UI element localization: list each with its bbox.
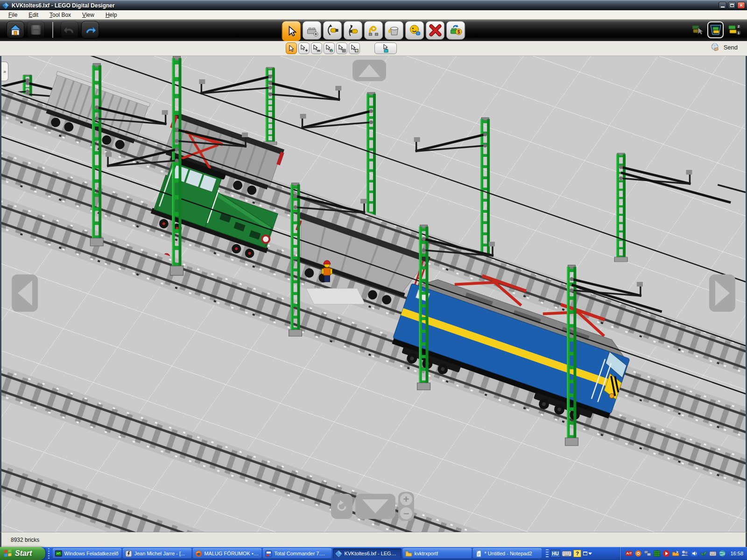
building-guide-mode-button[interactable]: 2 1 (726, 21, 742, 38)
paint-tool-button[interactable] (385, 21, 404, 40)
globe-icon[interactable] (719, 550, 726, 557)
app-icon (2, 2, 9, 9)
hide-tool-button[interactable] (405, 21, 424, 40)
taskbar-task-winamp[interactable]: Jean Michel Jarre - [... (123, 548, 191, 559)
language-bar-handle[interactable] (546, 549, 549, 558)
total-commander-icon (265, 550, 272, 557)
taskbar-task-firefox[interactable]: MALUG FÓRUMOK • ... (193, 548, 261, 559)
zoom-control: + – (398, 492, 414, 521)
volume-icon[interactable] (691, 550, 698, 557)
flex-tool-button[interactable] (364, 21, 383, 40)
taskbar-task-notepad2[interactable]: * Untitled - Notepad2 (473, 548, 542, 559)
taskbar: Start Windows Feladatkezelő Jean Michel … (0, 547, 747, 560)
hinge-icon (326, 24, 339, 37)
price-tool-button[interactable]: $ (446, 21, 465, 40)
minimize-button[interactable] (719, 2, 726, 9)
menu-bar: File Edit Tool Box View Help (0, 10, 747, 20)
arrow-up-icon (359, 64, 380, 77)
menu-help[interactable]: Help (101, 11, 122, 19)
redo-icon (84, 23, 97, 36)
maximize-button[interactable] (728, 2, 736, 9)
menu-file[interactable]: File (4, 11, 22, 19)
pan-left-button[interactable] (12, 274, 38, 312)
select-single-button[interactable] (286, 42, 297, 54)
zoom-in-button[interactable]: + (400, 493, 412, 505)
chevron-down-icon (588, 553, 592, 555)
select-tool-button[interactable] (282, 21, 301, 42)
close-button[interactable]: × (737, 2, 745, 9)
save-button[interactable] (27, 21, 45, 39)
start-button[interactable]: Start (0, 547, 45, 560)
taskbar-task-taskmanager[interactable]: Windows Feladatkezelő (53, 548, 121, 559)
clone-tool-button[interactable] (303, 21, 322, 40)
windows-logo-icon (4, 549, 12, 558)
cursor-xx-icon (312, 44, 321, 53)
close-icon: × (740, 3, 742, 8)
network-computers-icon[interactable] (644, 550, 651, 557)
brick-palette-toggle[interactable]: » (1, 62, 8, 81)
zoom-out-button[interactable]: – (400, 507, 412, 519)
rotate-camera-button[interactable] (331, 494, 352, 519)
menu-edit[interactable]: Edit (24, 11, 43, 19)
taskbar-task-folder[interactable]: kvktrxportf (403, 548, 472, 559)
select-shape-color-button[interactable] (349, 42, 360, 54)
arrow-down-icon (362, 499, 388, 513)
language-help-button[interactable]: ? (573, 550, 581, 557)
menu-toolbox[interactable]: Tool Box (45, 11, 76, 19)
quick-launch-handle[interactable] (46, 548, 51, 559)
minus-icon: – (403, 508, 409, 518)
notepad2-icon (475, 550, 482, 557)
keyboard-icon[interactable] (709, 550, 717, 557)
green-grid-icon[interactable] (653, 550, 661, 557)
view-mode-button[interactable] (707, 21, 724, 38)
minimize-icon (721, 7, 725, 7)
folder-icon (405, 550, 412, 557)
rotate-icon (335, 499, 349, 513)
keyboard-icon[interactable] (562, 550, 571, 557)
users-icon[interactable] (681, 550, 689, 557)
build-mode-button[interactable] (689, 21, 705, 38)
menu-view[interactable]: View (78, 11, 99, 19)
pan-up-button[interactable] (352, 60, 386, 81)
taskbar-task-ldd[interactable]: KVKtoltes6.lxf - LEGO... (333, 548, 402, 559)
title-bar: KVKtoltes6.lxf - LEGO Digital Designer × (0, 0, 747, 10)
task-manager-icon (55, 550, 62, 557)
select-connected-button[interactable] (374, 42, 397, 54)
pan-right-button[interactable] (709, 274, 735, 312)
main-toolbar: $ (0, 20, 747, 41)
arrow-right-icon (715, 280, 730, 306)
hinge-align-icon (346, 24, 359, 37)
sync-folder-icon[interactable] (672, 550, 679, 557)
sub-toolbar: Send (0, 41, 747, 56)
pan-down-button[interactable] (355, 494, 395, 519)
service-plate[interactable] (306, 288, 366, 304)
plant-icon[interactable] (700, 550, 707, 557)
redo-button[interactable] (81, 21, 99, 39)
restore-window-icon (583, 552, 587, 555)
delete-tool-button[interactable] (426, 21, 445, 40)
send-button[interactable]: Send (724, 44, 738, 51)
taskbar-task-totalcommander[interactable]: Total Commander 7.... (263, 548, 331, 559)
undo-button[interactable] (61, 21, 78, 39)
language-indicator[interactable]: HU (550, 550, 560, 558)
media-player-icon[interactable] (662, 550, 670, 557)
select-multiple-button[interactable] (311, 42, 322, 54)
home-button[interactable] (7, 21, 24, 39)
hinge-tool-button[interactable] (323, 21, 342, 40)
viewport-3d-scene[interactable]: » + – (0, 56, 747, 532)
select-add-button[interactable] (298, 42, 310, 54)
select-shape-button[interactable] (336, 42, 347, 54)
orange-ring-icon[interactable] (634, 550, 642, 557)
select-color-button[interactable] (324, 42, 335, 54)
ati-icon[interactable] (625, 550, 633, 557)
hinge-align-tool-button[interactable] (344, 21, 363, 40)
language-options-button[interactable] (583, 552, 592, 555)
brick-count: 8932 bricks (11, 537, 39, 543)
window-title: KVKtoltes6.lxf - LEGO Digital Designer (12, 2, 115, 9)
svg-text:$: $ (457, 29, 460, 35)
language-bar: HU ? (543, 547, 595, 560)
cursor-icon (286, 26, 297, 37)
taskbar-clock[interactable]: 16:58 (730, 551, 743, 556)
system-tray: 16:58 (620, 547, 747, 560)
build-mode-icon (690, 23, 704, 37)
